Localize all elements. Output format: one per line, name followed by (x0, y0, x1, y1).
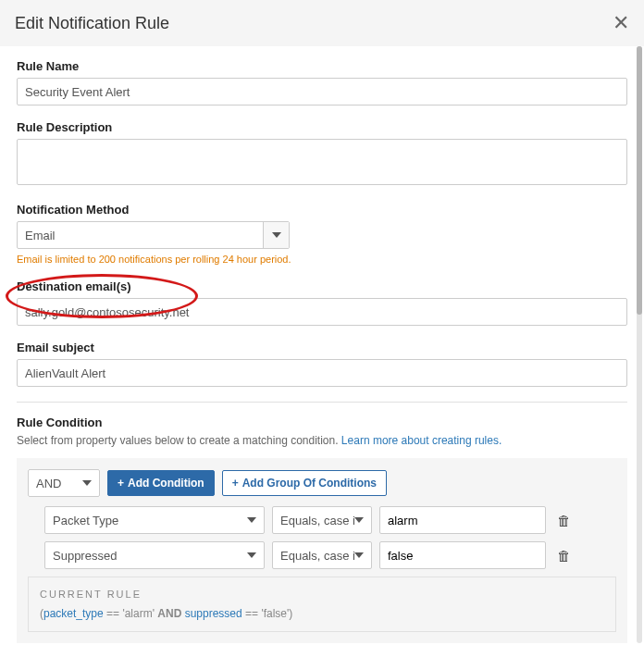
condition-toolbar: AND + Add Condition + Add Group Of Condi… (28, 469, 616, 497)
condition-value-input[interactable] (379, 506, 546, 534)
chevron-down-icon (354, 517, 364, 523)
condition-operator-select[interactable]: Equals, case insensitive (272, 541, 372, 569)
condition-property-select[interactable]: Suppressed (44, 541, 265, 569)
expr-field: packet_type (43, 607, 104, 620)
expr-and: AND (157, 607, 181, 620)
chevron-down-icon (247, 517, 256, 523)
condition-operator-value: Equals, case insensitive (280, 549, 354, 563)
email-subject-label: Email subject (17, 341, 627, 354)
condition-property-value: Packet Type (53, 514, 118, 527)
current-rule-expression: (packet_type == 'alarm' AND suppressed =… (40, 607, 604, 620)
destination-emails-group: Destination email(s) (17, 279, 627, 326)
plus-icon: + (232, 477, 239, 490)
condition-operator-value: Equals, case insensitive (280, 514, 354, 527)
expr-val: 'false' (261, 607, 289, 620)
chevron-down-icon (354, 552, 364, 558)
rule-name-group: Rule Name (17, 59, 627, 105)
expr-val: 'alarm' (122, 607, 157, 620)
expr-eq: == (242, 607, 262, 620)
rule-condition-label: Rule Condition (17, 416, 627, 429)
condition-operator-select[interactable]: Equals, case insensitive (272, 506, 372, 534)
dialog-title: Edit Notification Rule (15, 14, 169, 33)
delete-condition-button[interactable]: 🗑 (553, 546, 575, 565)
current-rule-title: CURRENT RULE (40, 589, 604, 600)
rule-condition-section: Rule Condition Select from property valu… (17, 416, 627, 643)
condition-panel: AND + Add Condition + Add Group Of Condi… (17, 458, 627, 643)
add-group-label: Add Group Of Conditions (242, 477, 377, 490)
notification-method-value: Email (25, 229, 56, 242)
chevron-down-icon (247, 552, 256, 558)
section-divider (17, 402, 627, 403)
notification-method-helper: Email is limited to 200 notifications pe… (17, 254, 627, 265)
close-icon[interactable]: ✕ (613, 11, 629, 35)
rule-description-label: Rule Description (17, 120, 627, 134)
condition-property-select[interactable]: Packet Type (44, 506, 265, 534)
chevron-down-icon (272, 232, 281, 238)
logic-operator-select[interactable]: AND (28, 469, 100, 497)
add-condition-label: Add Condition (128, 477, 204, 490)
trash-icon: 🗑 (557, 513, 571, 528)
expr-field: suppressed (181, 607, 242, 620)
dialog-body: Rule Name Rule Description Notification … (0, 46, 644, 643)
rule-description-group: Rule Description (17, 120, 627, 188)
rule-name-label: Rule Name (17, 59, 627, 73)
notification-method-label: Notification Method (17, 203, 627, 217)
plus-icon: + (118, 477, 124, 490)
notification-method-group: Notification Method Email Email is limit… (17, 203, 627, 265)
trash-icon: 🗑 (557, 548, 571, 564)
learn-more-link[interactable]: Learn more about creating rules. (341, 434, 502, 447)
scrollbar-track[interactable] (637, 46, 642, 643)
chevron-down-icon (82, 480, 92, 486)
email-subject-input[interactable] (17, 359, 627, 387)
rule-condition-subtext-text: Select from property values below to cre… (17, 434, 341, 447)
rule-condition-subtext: Select from property values below to cre… (17, 434, 627, 447)
condition-row: Suppressed Equals, case insensitive 🗑 (44, 541, 616, 569)
delete-condition-button[interactable]: 🗑 (553, 511, 575, 530)
logic-operator-value: AND (36, 477, 61, 490)
scrollbar-thumb[interactable] (637, 46, 642, 315)
condition-row: Packet Type Equals, case insensitive 🗑 (44, 506, 616, 534)
current-rule-box: CURRENT RULE (packet_type == 'alarm' AND… (28, 577, 616, 632)
rule-description-input[interactable] (17, 139, 627, 185)
dialog-header: Edit Notification Rule ✕ (0, 0, 644, 46)
notification-method-select[interactable]: Email (17, 221, 290, 249)
email-subject-group: Email subject (17, 341, 627, 387)
expr-eq: == (104, 607, 123, 620)
condition-value-input[interactable] (379, 541, 546, 569)
destination-emails-label: Destination email(s) (17, 279, 627, 293)
destination-emails-input[interactable] (17, 298, 627, 326)
rule-name-input[interactable] (17, 78, 627, 105)
add-group-conditions-button[interactable]: + Add Group Of Conditions (222, 470, 387, 496)
condition-property-value: Suppressed (53, 549, 117, 563)
add-condition-button[interactable]: + Add Condition (107, 470, 215, 496)
